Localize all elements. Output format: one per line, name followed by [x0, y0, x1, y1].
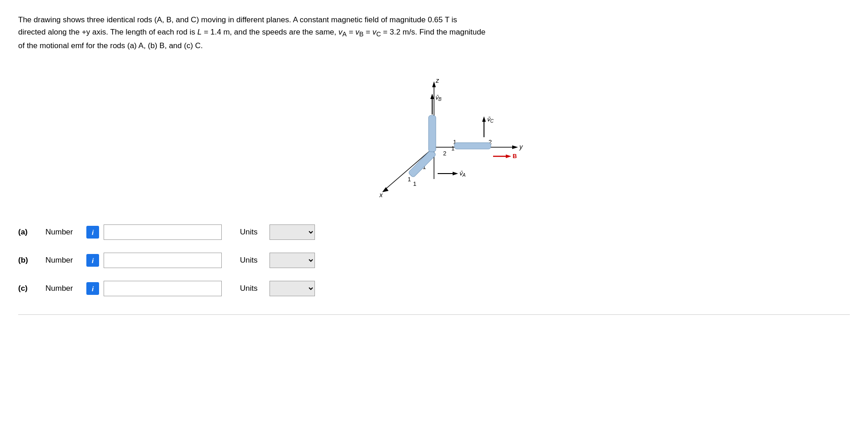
vc-label: v̄C — [487, 116, 494, 124]
svg-marker-7 — [430, 94, 434, 99]
info-button-a[interactable]: i — [86, 226, 99, 239]
svg-marker-11 — [482, 116, 486, 122]
rod-c — [454, 143, 491, 149]
units-label-c: Units — [240, 284, 265, 293]
diagram-svg: z y x 2 1 2 1 1 2 1 1 v̄B v̄A — [339, 61, 529, 206]
answer-row-a: (a) Number i Units V mV μV — [18, 224, 850, 240]
problem-line3: of the motional emf for the rods (a) A, … — [18, 41, 203, 50]
z-axis-label: z — [435, 77, 439, 84]
x-axis-label: x — [379, 191, 383, 199]
svg-line-4 — [384, 147, 434, 190]
units-label-a: Units — [240, 228, 265, 237]
part-label-b: (b) — [18, 256, 41, 265]
number-label-b: Number — [45, 256, 82, 265]
svg-marker-1 — [432, 81, 436, 87]
vb-label: v̄B — [435, 94, 442, 102]
info-button-c[interactable]: i — [86, 282, 99, 295]
number-input-b[interactable] — [104, 253, 222, 268]
axis-x-num1: 1 — [408, 176, 411, 183]
part-label-c: (c) — [18, 284, 41, 293]
number-input-a[interactable] — [104, 224, 222, 240]
number-label-a: Number — [45, 228, 82, 237]
svg-marker-3 — [512, 145, 518, 149]
y-axis-label: y — [519, 143, 523, 150]
info-button-b[interactable]: i — [86, 254, 99, 267]
B-field-label: B — [513, 153, 517, 159]
diagram-container: z y x 2 1 2 1 1 2 1 1 v̄B v̄A — [18, 61, 850, 206]
rod-a — [408, 149, 436, 178]
problem-text: The drawing shows three identical rods (… — [18, 14, 850, 52]
rod-b — [429, 115, 436, 152]
units-select-a[interactable]: V mV μV — [269, 224, 315, 240]
axis-num-4: 1 — [451, 145, 454, 152]
units-select-c[interactable]: V mV μV — [269, 281, 315, 296]
units-select-b[interactable]: V mV μV — [269, 253, 315, 268]
axis-num-3: 2 — [443, 150, 446, 157]
answer-row-b: (b) Number i Units V mV μV — [18, 253, 850, 268]
answers-container: (a) Number i Units V mV μV (b) Number i … — [18, 224, 850, 296]
answer-row-c: (c) Number i Units V mV μV — [18, 281, 850, 296]
svg-marker-9 — [453, 172, 458, 175]
axis-x-num2: 1 — [413, 180, 416, 187]
bottom-divider — [18, 314, 850, 315]
number-label-c: Number — [45, 284, 82, 293]
svg-marker-13 — [506, 154, 511, 158]
part-label-a: (a) — [18, 228, 41, 237]
va-label: v̄A — [459, 170, 466, 178]
number-input-c[interactable] — [104, 281, 222, 296]
problem-line2: directed along the +y axis. The length o… — [18, 28, 485, 36]
problem-line1: The drawing shows three identical rods (… — [18, 15, 457, 24]
svg-marker-5 — [382, 187, 389, 192]
units-label-b: Units — [240, 256, 265, 265]
